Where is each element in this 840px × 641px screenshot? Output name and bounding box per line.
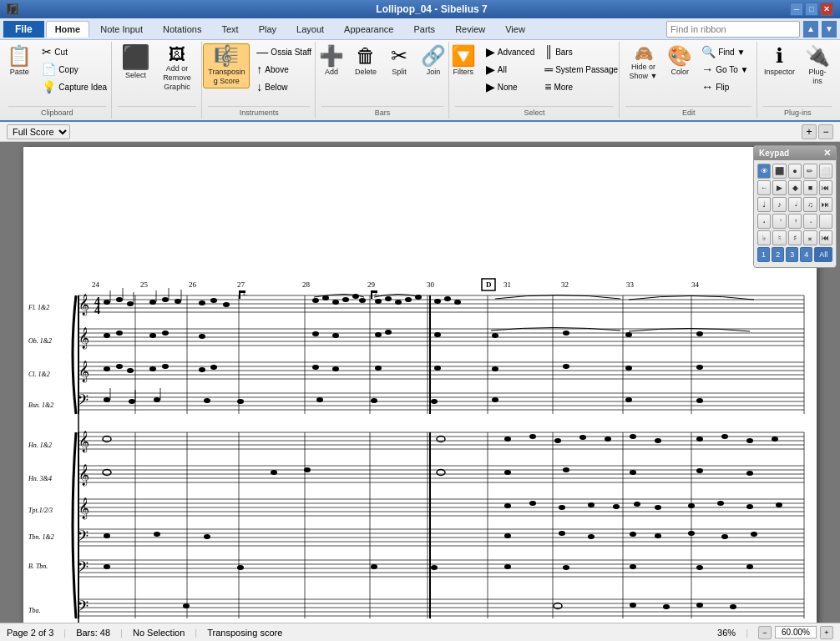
- zoom-out-button[interactable]: −: [818, 124, 833, 139]
- zoom-in-button[interactable]: +: [802, 124, 817, 139]
- paste-button[interactable]: 📋 Paste: [3, 43, 35, 79]
- keypad-flat-button[interactable]: ♭: [757, 230, 771, 245]
- tab-notations[interactable]: Notations: [154, 21, 210, 38]
- keypad-dot-button[interactable]: ◆: [788, 180, 802, 195]
- join-icon: 🔗: [421, 46, 446, 66]
- tab-appearance[interactable]: Appearance: [335, 21, 402, 38]
- keypad-num4[interactable]: 4: [800, 247, 812, 262]
- inspector-button[interactable]: ℹ Inspector: [762, 43, 798, 79]
- add-icon: ➕: [319, 46, 344, 66]
- ribbon-search-up[interactable]: ▲: [803, 21, 818, 38]
- plugins-button[interactable]: 🔌 Plug-ins: [801, 43, 833, 88]
- more-button[interactable]: ≡ More: [541, 78, 621, 95]
- keypad-square-button[interactable]: ⬜: [819, 164, 832, 179]
- staff-flute: 𝄞: [78, 294, 804, 316]
- keypad-dot1-button[interactable]: ·: [757, 214, 771, 229]
- window-title: Lollipop_04 - Sibelius 7: [73, 3, 790, 15]
- keypad-icons-row: 👁 ⬛ ● ✏ ⬜: [757, 164, 832, 179]
- capture-idea-button[interactable]: 💡 Capture Idea: [38, 78, 110, 95]
- below-button[interactable]: ↓ Below: [253, 78, 315, 95]
- keypad-sixteenth-button[interactable]: 𝅘𝅥: [788, 197, 802, 212]
- keypad-stop-button[interactable]: ■: [803, 180, 817, 195]
- keypad-play-button[interactable]: ▶: [772, 180, 786, 195]
- svg-point-148: [237, 399, 244, 404]
- hide-show-button[interactable]: 🙈 Hide or Show ▼: [625, 43, 661, 83]
- keypad-dsharp-button[interactable]: 𝄪: [803, 230, 817, 245]
- tab-file[interactable]: File: [3, 21, 44, 38]
- score-view-select[interactable]: Full Score: [7, 124, 70, 139]
- keypad-num1[interactable]: 1: [757, 247, 770, 262]
- keypad-pencil-button[interactable]: ✏: [803, 164, 817, 179]
- keypad-num2[interactable]: 2: [772, 247, 784, 262]
- ribbon-search-input[interactable]: [666, 21, 800, 38]
- svg-point-143: [696, 365, 703, 370]
- keypad-rest1-button[interactable]: 𝄾: [772, 214, 786, 229]
- keypad-forward-button[interactable]: ⏭: [819, 197, 832, 212]
- keypad-quarter-button[interactable]: ♩: [757, 197, 771, 212]
- tab-review[interactable]: Review: [446, 21, 494, 38]
- tab-view[interactable]: View: [496, 21, 534, 38]
- keypad-rect-button[interactable]: ⬛: [772, 164, 786, 179]
- keypad-sharp-button[interactable]: ♯: [788, 230, 802, 245]
- keypad-beam-button[interactable]: ♫: [803, 197, 817, 212]
- keypad-all[interactable]: All: [814, 247, 832, 262]
- advanced-button[interactable]: ▶ Advanced: [483, 43, 538, 60]
- keypad-rest2-button[interactable]: 𝄿: [788, 214, 802, 229]
- svg-point-159: [554, 438, 561, 443]
- tab-note-input[interactable]: Note Input: [91, 21, 152, 38]
- keypad-empty-button: [819, 214, 832, 229]
- flip-button[interactable]: ↔ Flip: [698, 78, 751, 95]
- keypad-eighth-button[interactable]: ♪: [772, 197, 786, 212]
- tab-text[interactable]: Text: [212, 21, 247, 38]
- keypad-circle-button[interactable]: ●: [788, 164, 802, 179]
- svg-point-178: [529, 501, 536, 506]
- svg-point-113: [444, 296, 451, 301]
- color-button[interactable]: 🎨 Color: [665, 43, 695, 79]
- delete-bars-button[interactable]: 🗑 Delete: [351, 43, 381, 79]
- filters-button[interactable]: 🔽 Filters: [448, 43, 479, 79]
- tab-parts[interactable]: Parts: [404, 21, 444, 38]
- minimize-button[interactable]: ─: [790, 3, 803, 16]
- all-button[interactable]: ▶ All: [483, 61, 538, 78]
- keypad-back-button[interactable]: ⏮: [819, 230, 832, 245]
- maximize-button[interactable]: □: [805, 3, 818, 16]
- bars-select-button[interactable]: ║ Bars: [541, 43, 621, 60]
- tab-layout[interactable]: Layout: [287, 21, 333, 38]
- close-button[interactable]: ✕: [820, 3, 833, 16]
- svg-point-183: [655, 505, 661, 510]
- split-bars-button[interactable]: ✂ Split: [384, 43, 414, 79]
- window-controls[interactable]: ─ □ ✕: [790, 3, 833, 16]
- svg-point-208: [183, 603, 190, 608]
- keypad-natural-button[interactable]: ♮: [772, 230, 786, 245]
- join-bars-button[interactable]: 🔗 Join: [417, 43, 449, 79]
- score-area[interactable]: Fl. 1&2 Ob. 1&2 Cl. 1&2 Bsn. 1&2 Hn. 1&2…: [0, 142, 840, 623]
- keypad-eye-button[interactable]: 👁: [757, 164, 771, 179]
- copy-button[interactable]: 📄 Copy: [38, 61, 110, 78]
- select-button[interactable]: ⬛ Select: [118, 43, 154, 83]
- add-remove-graphic-button[interactable]: 🖼 Add or Remove Graphic: [158, 43, 197, 93]
- ossia-staff-button[interactable]: — Ossia Staff: [253, 43, 315, 60]
- keypad-half-button[interactable]: 𝅗: [803, 214, 817, 229]
- find-button[interactable]: 🔍 Find ▼: [698, 43, 751, 60]
- ribbon-search-down[interactable]: ▼: [822, 21, 837, 38]
- tab-home[interactable]: Home: [46, 21, 90, 38]
- above-button[interactable]: ↑ Above: [253, 61, 315, 78]
- add-bars-button[interactable]: ➕ Add: [316, 43, 347, 79]
- statusbar-zoom-controls: − 60.00% +: [758, 626, 833, 639]
- measure-num-33: 33: [626, 280, 635, 289]
- keypad-close-button[interactable]: ✕: [823, 148, 831, 159]
- none-button[interactable]: ▶ None: [483, 78, 538, 95]
- statusbar-zoom-in[interactable]: +: [820, 626, 833, 639]
- system-passage-button[interactable]: ═ System Passage: [541, 61, 621, 78]
- tab-play[interactable]: Play: [250, 21, 286, 38]
- hide-show-label: Hide or Show ▼: [629, 63, 658, 81]
- keypad-num3[interactable]: 3: [786, 247, 798, 262]
- svg-point-184: [688, 503, 695, 508]
- keypad-prev-button[interactable]: ←: [757, 180, 771, 195]
- go-to-button[interactable]: → Go To ▼: [698, 61, 751, 78]
- statusbar-zoom-out[interactable]: −: [758, 626, 772, 639]
- cut-button[interactable]: ✂ Cut: [38, 43, 110, 60]
- plugins-section-label: Plug-ins: [763, 106, 832, 117]
- keypad-end-button[interactable]: ⏮: [819, 180, 832, 195]
- transposing-score-button[interactable]: 🎼 Transposing Score: [203, 43, 250, 88]
